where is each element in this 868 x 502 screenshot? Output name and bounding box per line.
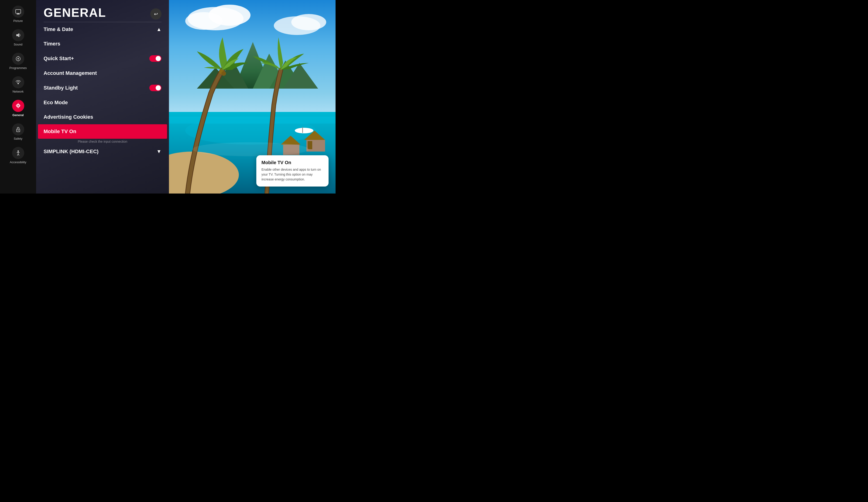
sidebar-label-safety: Safety [14,137,22,140]
accessibility-icon [12,147,24,159]
menu-list: Time & Date ▲ Timers Quick Start+ Accoun… [36,22,169,194]
programmes-icon [12,53,24,65]
menu-item-advertising-cookies[interactable]: Advertising Cookies [36,110,169,124]
main-content: GENERAL ↩ Time & Date ▲ Timers Quick Sta… [36,0,169,194]
picture-icon [12,6,24,18]
svg-point-40 [295,128,313,133]
sidebar-item-general[interactable]: General [0,96,36,120]
sidebar-label-picture: Picture [13,19,23,23]
menu-item-time-date[interactable]: Time & Date ▲ [36,22,169,37]
svg-rect-31 [169,116,335,124]
panel-header: GENERAL ↩ [36,0,169,22]
sidebar-item-picture[interactable]: Picture [0,2,36,26]
standby-light-toggle[interactable] [149,85,162,91]
sidebar-item-accessibility[interactable]: Accessibility [0,144,36,167]
sidebar-label-sound: Sound [14,43,23,46]
sound-icon [12,29,24,41]
svg-point-11 [18,130,19,131]
account-management-label: Account Management [44,70,97,76]
standby-light-label: Standby Light [44,85,78,91]
standby-light-toggle-knob [156,85,161,91]
tooltip-description: Enable other devices and apps to turn on… [261,167,323,182]
simplink-chevron: ▼ [156,148,162,155]
svg-rect-1 [17,13,19,14]
svg-line-16 [18,154,19,155]
menu-item-mobile-tv-on[interactable]: Mobile TV On [38,124,167,139]
svg-rect-2 [17,14,20,14]
simplink-label: SIMPLINK (HDMI-CEC) [44,148,99,155]
safety-icon [12,123,24,135]
page-title: GENERAL [44,7,106,19]
sidebar-item-safety[interactable]: Safety [0,120,36,144]
svg-rect-37 [308,141,312,149]
svg-rect-0 [16,10,21,13]
sidebar-item-network[interactable]: Network [0,73,36,96]
sidebar-label-network: Network [13,90,24,93]
svg-point-20 [185,12,223,30]
svg-marker-3 [16,33,19,37]
main-panel: GENERAL ↩ Time & Date ▲ Timers Quick Sta… [36,0,169,194]
sidebar-label-general: General [12,113,23,117]
time-date-label: Time & Date [44,26,73,32]
network-icon [12,76,24,88]
tooltip-card: Mobile TV On Enable other devices and ap… [256,155,329,186]
svg-point-22 [291,14,326,30]
sidebar-label-programmes: Programmes [9,66,27,70]
menu-item-simplink[interactable]: SIMPLINK (HDMI-CEC) ▼ [36,144,169,159]
menu-item-timers[interactable]: Timers [36,37,169,51]
sidebar-item-sound[interactable]: Sound [0,26,36,49]
menu-item-account-management[interactable]: Account Management [36,66,169,80]
back-icon: ↩ [154,11,158,17]
svg-point-8 [18,83,19,84]
sidebar-label-accessibility: Accessibility [10,161,26,164]
time-date-chevron: ▲ [156,26,162,32]
mobile-tv-on-label: Mobile TV On [44,129,76,134]
timers-label: Timers [44,41,60,47]
sidebar-item-programmes[interactable]: Programmes [0,49,36,73]
menu-item-eco-mode[interactable]: Eco Mode [36,95,169,110]
input-check-text: Please check the input connection [36,139,169,144]
svg-rect-41 [302,127,303,133]
sidebar: Picture Sound Programmes [0,0,36,194]
quick-start-toggle-knob [156,56,161,61]
svg-point-34 [221,71,226,76]
back-button[interactable]: ↩ [150,8,162,20]
eco-mode-label: Eco Mode [44,100,68,106]
menu-item-standby-light[interactable]: Standby Light [36,80,169,95]
advertising-cookies-label: Advertising Cookies [44,114,93,120]
svg-point-5 [18,58,19,60]
general-icon [12,100,24,112]
quick-start-toggle[interactable] [149,55,162,62]
svg-point-12 [18,150,19,152]
svg-point-42 [192,142,309,156]
svg-line-15 [17,154,18,155]
tooltip-title: Mobile TV On [261,160,323,165]
menu-item-quick-start[interactable]: Quick Start+ [36,51,169,66]
quick-start-label: Quick Start+ [44,55,74,62]
right-panel: Mobile TV On Enable other devices and ap… [169,0,335,194]
